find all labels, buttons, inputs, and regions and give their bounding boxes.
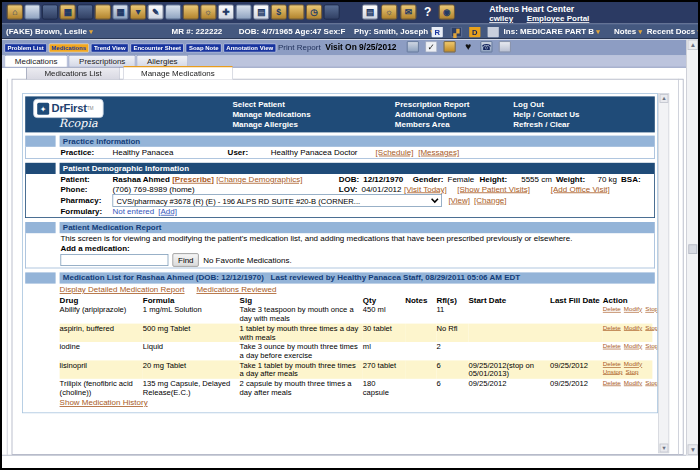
- visit-icon[interactable]: [183, 4, 199, 19]
- drfirst-menu-manage-allergies[interactable]: Manage Allergies: [232, 120, 310, 130]
- logout-icon[interactable]: ◉: [439, 4, 455, 19]
- add-office-visit-link[interactable]: [Add Office Visit]: [551, 184, 610, 194]
- team-icon[interactable]: [499, 41, 511, 52]
- visit-on-date[interactable]: Visit On 9/25/2012: [325, 42, 396, 52]
- recent-docs-menu[interactable]: Recent Docs ▾: [647, 27, 700, 36]
- home-icon[interactable]: ⌂: [7, 4, 23, 19]
- messages-link[interactable]: [Messages]: [418, 148, 459, 158]
- stop-link[interactable]: Stop: [626, 367, 639, 374]
- schedule-link[interactable]: [Schedule]: [376, 148, 414, 158]
- immunization-icon[interactable]: [236, 4, 252, 19]
- web-icon[interactable]: [324, 4, 340, 19]
- insurance[interactable]: Ins: MEDICARE PART B ▾: [504, 27, 600, 36]
- modify-link[interactable]: Modify: [624, 342, 642, 349]
- nav-annotation-view[interactable]: Annotation View: [223, 44, 276, 53]
- delete-link[interactable]: Delete: [603, 342, 621, 349]
- nav-trend-view[interactable]: Trend View: [91, 44, 129, 53]
- physician[interactable]: Phy: Smith, Joseph ▾: [354, 27, 434, 36]
- chart-icon[interactable]: ▦: [60, 4, 76, 19]
- drfirst-menu-refresh-clear[interactable]: Refresh / Clear: [513, 120, 579, 130]
- billing-icon[interactable]: $: [271, 4, 287, 19]
- save-icon[interactable]: [407, 41, 419, 52]
- tab-prescriptions[interactable]: Prescriptions: [69, 55, 136, 67]
- drfirst-menu-prescription-report[interactable]: Prescription Report: [395, 100, 470, 110]
- employee-portal-link[interactable]: Employee Portal: [527, 14, 590, 23]
- pharmacy-view-link[interactable]: [View]: [448, 196, 470, 206]
- stop-link[interactable]: Stop: [645, 324, 658, 331]
- tab-medications[interactable]: Medications: [4, 55, 67, 67]
- change-demographics-link[interactable]: [Change Demographics]: [216, 175, 302, 184]
- visit-today-link[interactable]: [Visit Today]: [404, 184, 447, 194]
- window-scroll-down[interactable]: ▼: [688, 444, 698, 454]
- modify-link[interactable]: Modify: [624, 379, 642, 386]
- drfirst-menu-manage-medications[interactable]: Manage Medications: [232, 110, 310, 120]
- iframe-scrollbar[interactable]: ▲ ▼: [658, 93, 669, 453]
- patient-name[interactable]: (FAKE) Brown, Leslie ▾: [6, 27, 93, 36]
- clock-icon[interactable]: ◷: [306, 4, 322, 19]
- alert-icon[interactable]: ☼: [200, 4, 216, 19]
- mail-icon[interactable]: ✉: [400, 4, 416, 19]
- stop-link[interactable]: Stop: [645, 379, 658, 386]
- pharmacy-select[interactable]: CVS/pharmacy #3678 (R) (E) - 196 ALPS RD…: [112, 194, 442, 207]
- modify-link[interactable]: Modify: [624, 305, 642, 312]
- medications-icon[interactable]: ✚: [218, 4, 234, 19]
- d-badge[interactable]: D: [469, 27, 480, 37]
- iframe-scroll-up[interactable]: ▲: [660, 94, 669, 103]
- medications-reviewed-link[interactable]: Medications Reviewed: [196, 285, 276, 294]
- show-patient-visits-link[interactable]: [Show Patient Visits]: [457, 184, 530, 194]
- stethoscope-icon[interactable]: [165, 4, 181, 19]
- chart-mini-icon[interactable]: [488, 27, 499, 37]
- delete-link[interactable]: Delete: [603, 305, 621, 312]
- subtab-medications-list[interactable]: Medications List: [26, 67, 120, 80]
- drfirst-menu-members-area[interactable]: Members Area: [395, 120, 470, 130]
- nav-soap-note[interactable]: Soap Note: [186, 44, 222, 53]
- pharmacy-change-link[interactable]: [Change]: [474, 196, 506, 206]
- window-scroll-thumb[interactable]: [688, 244, 697, 254]
- fax-icon[interactable]: [288, 4, 304, 19]
- filter-icon[interactable]: ▼: [130, 4, 146, 19]
- notes-menu[interactable]: Notes ▾: [614, 27, 642, 36]
- patient-icon[interactable]: [24, 4, 40, 19]
- subtab-manage-medications[interactable]: Manage Medications: [123, 66, 234, 80]
- drfirst-menu-help-contact-us[interactable]: Help / Contact Us: [513, 110, 579, 120]
- physician-icon[interactable]: [42, 4, 58, 19]
- nav-medications[interactable]: Medications: [49, 44, 90, 53]
- unstop-link[interactable]: Unstop: [603, 367, 623, 374]
- users-icon[interactable]: ▞: [451, 27, 462, 37]
- nav-problem-list[interactable]: Problem List: [4, 44, 46, 53]
- modify-link[interactable]: Modify: [624, 361, 642, 368]
- drfirst-menu-additional-options[interactable]: Additional Options: [395, 110, 470, 120]
- window-scrollbar[interactable]: ▲ ▼: [686, 40, 698, 455]
- drfirst-menu-select-patient[interactable]: Select Patient: [232, 100, 310, 110]
- user-link[interactable]: cwiley: [489, 14, 513, 23]
- formulary-add-link[interactable]: [Add]: [158, 207, 177, 217]
- delete-link[interactable]: Delete: [603, 361, 621, 368]
- add-medication-input[interactable]: [60, 254, 168, 266]
- delete-link[interactable]: Delete: [603, 379, 621, 386]
- display-detailed-report-link[interactable]: Display Detailed Medication Report: [60, 285, 185, 294]
- check-icon[interactable]: ✓: [425, 41, 437, 52]
- tab-allergies[interactable]: Allergies: [137, 55, 188, 67]
- orders-icon[interactable]: ✎: [148, 4, 164, 19]
- rx-icon[interactable]: R: [432, 27, 443, 37]
- print-report-link[interactable]: Print Report: [278, 43, 321, 52]
- document-icon[interactable]: ▤: [253, 4, 269, 19]
- cart-icon[interactable]: [95, 4, 111, 19]
- modify-link[interactable]: Modify: [624, 324, 642, 331]
- show-medication-history-link[interactable]: Show Medication History: [60, 398, 148, 407]
- help-icon[interactable]: ?: [420, 4, 436, 19]
- favorites-icon[interactable]: ♥: [462, 41, 474, 52]
- phone-icon[interactable]: ☎: [480, 41, 492, 52]
- stop-link[interactable]: Stop: [645, 305, 658, 312]
- drfirst-menu-log-out[interactable]: Log Out: [513, 100, 579, 110]
- note-icon[interactable]: [444, 41, 456, 52]
- iframe-scroll-down[interactable]: ▼: [660, 444, 669, 453]
- print-icon[interactable]: ▤: [362, 4, 378, 19]
- stop-link[interactable]: Stop: [645, 342, 658, 349]
- find-button[interactable]: Find: [172, 253, 199, 267]
- nav-encounter-sheet[interactable]: Encounter Sheet: [130, 44, 184, 53]
- prescribe-link[interactable]: [Prescribe]: [172, 175, 214, 184]
- settings-icon[interactable]: ☼: [381, 4, 397, 19]
- calendar-icon[interactable]: ▦: [112, 4, 128, 19]
- delete-link[interactable]: Delete: [603, 324, 621, 331]
